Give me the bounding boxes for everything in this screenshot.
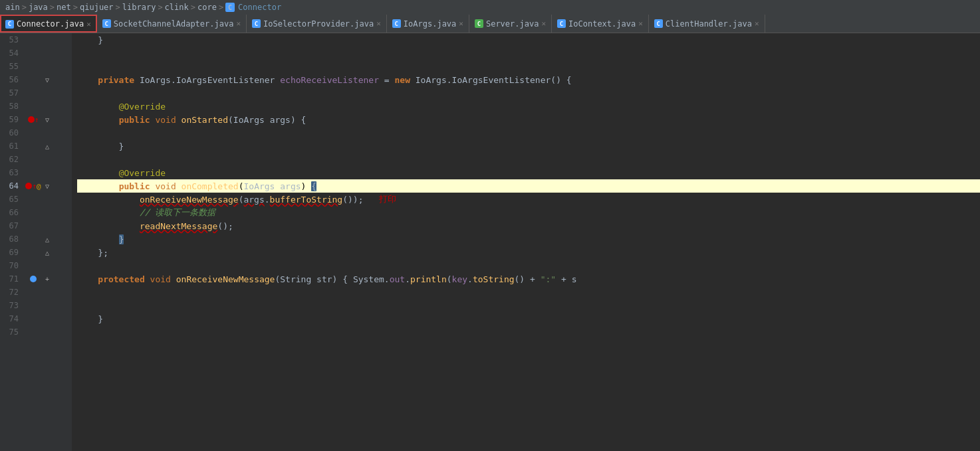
line-num-69: 69 — [0, 248, 24, 257]
code-line-57 — [77, 86, 980, 100]
gutter-row-71: 71 + — [0, 272, 72, 286]
code-content[interactable]: } private IoArgs . IoArgsEventListener e… — [72, 33, 980, 451]
code-line-56: private IoArgs . IoArgsEventListener ech… — [77, 73, 980, 86]
tab-iocontext[interactable]: C IoContext.java ✕ — [552, 15, 649, 33]
tab-label-ioargs: IoArgs.java — [404, 19, 456, 29]
code-56-dot1: . — [171, 75, 176, 85]
code-64-paren: ( — [239, 181, 244, 191]
line-num-65: 65 — [0, 195, 24, 204]
tab-connector-java[interactable]: C Connector.java ✕ — [0, 15, 97, 33]
breadcrumb: ain > java > net > qiujuer > library > c… — [0, 0, 980, 15]
code-59-indent — [77, 115, 119, 125]
code-line-61: } — [77, 139, 980, 153]
tab-ioselectorprovider[interactable]: C IoSelectorProvider.java ✕ — [247, 15, 387, 33]
code-56-field: echoReceiveListener — [280, 75, 384, 85]
line-num-58: 58 — [0, 102, 24, 111]
line-num-61: 61 — [0, 141, 24, 151]
gutter-fold-61[interactable]: △ — [43, 143, 52, 150]
tab-clienthandler[interactable]: C ClientHandler.java ✕ — [649, 15, 765, 33]
code-line-74: } — [77, 312, 980, 325]
code-71-protected: protected — [98, 274, 150, 284]
gutter-fold-59[interactable]: ▽ — [43, 116, 52, 124]
code-64-param: args — [280, 181, 301, 191]
gutter-fold-56[interactable]: ▽ — [43, 76, 52, 84]
code-65-buffertostring: bufferToString — [270, 195, 343, 205]
tab-icon-ioselector: C — [252, 19, 261, 28]
code-71-dot2: . — [405, 274, 410, 284]
code-line-71: protected void onReceiveNewMessage ( Str… — [77, 272, 980, 286]
code-61: } — [77, 141, 124, 151]
code-line-59: public void onStarted ( IoArgs args ) { — [77, 113, 980, 126]
code-line-65: onReceiveNewMessage ( args . bufferToStr… — [77, 193, 980, 206]
line-num-67: 67 — [0, 221, 24, 230]
tab-socketchanneladapter[interactable]: C SocketChannelAdapter.java ✕ — [97, 15, 247, 33]
tab-server[interactable]: C Server.java ✕ — [469, 15, 552, 33]
code-69: }; — [77, 248, 108, 258]
tab-close-ioargs[interactable]: ✕ — [459, 19, 463, 28]
at-64: @ — [37, 182, 41, 191]
breakpoint-59[interactable] — [28, 116, 35, 123]
code-64-brace: { — [311, 181, 316, 191]
code-59-paren: ( — [228, 115, 233, 125]
line-num-60: 60 — [0, 128, 24, 137]
gutter-icons-71 — [24, 276, 43, 282]
breadcrumb-item-library[interactable]: library — [122, 3, 156, 12]
code-64-close: ) — [301, 181, 312, 191]
gutter-row-70: 70 — [0, 259, 72, 272]
code-68-indent — [77, 234, 119, 244]
gutter-row-67: 67 — [0, 219, 72, 232]
gutter-row-64: 64 ↑ @ ▽ — [0, 179, 72, 193]
code-line-69: }; — [77, 246, 980, 259]
code-63-annotation: @Override — [119, 168, 166, 178]
gutter-fold-64[interactable]: ▽ — [43, 183, 52, 190]
code-line-70 — [77, 259, 980, 272]
tab-close-ioselector[interactable]: ✕ — [376, 19, 381, 28]
tab-label-iocontext: IoContext.java — [568, 19, 636, 29]
code-56-ioargs-listener: IoArgsEventListener — [176, 75, 281, 85]
breadcrumb-item-connector[interactable]: Connector — [238, 3, 281, 12]
tab-label-clienthandler: ClientHandler.java — [666, 19, 752, 29]
code-64-indent — [77, 181, 119, 191]
gutter-fold-69[interactable]: △ — [43, 249, 52, 256]
gutter-row-62: 62 — [0, 153, 72, 166]
breadcrumb-item-core[interactable]: core — [197, 3, 217, 12]
gutter-row-61: 61 △ — [0, 139, 72, 153]
code-66-comment: // 读取下一条数据 — [140, 207, 215, 219]
code-56-indent — [77, 75, 98, 85]
line-num-55: 55 — [0, 62, 24, 71]
tab-close-socket[interactable]: ✕ — [236, 19, 241, 28]
code-71-str: str — [316, 274, 332, 284]
code-71-string-type: String — [280, 274, 316, 284]
tab-ioargs[interactable]: C IoArgs.java ✕ — [387, 15, 469, 33]
code-53: } — [77, 35, 103, 45]
code-59-public: public — [119, 115, 156, 125]
code-71-tostring: toString — [473, 274, 515, 284]
tab-bar: C Connector.java ✕ C SocketChannelAdapte… — [0, 15, 980, 33]
code-71-method: onReceiveNewMessage — [176, 274, 275, 284]
gutter-fold-68[interactable]: △ — [43, 236, 52, 243]
gutter-fold-71[interactable]: + — [43, 276, 52, 283]
breadcrumb-item-java[interactable]: java — [29, 3, 48, 12]
tab-close-iocontext[interactable]: ✕ — [638, 19, 643, 28]
code-71-void: void — [150, 274, 176, 284]
code-66-indent — [77, 208, 140, 218]
code-58-indent — [77, 102, 119, 112]
code-line-55 — [77, 60, 980, 73]
line-num-53: 53 — [0, 35, 24, 45]
tab-close-clienthandler[interactable]: ✕ — [755, 19, 759, 28]
bookmark-71[interactable] — [30, 276, 37, 282]
breadcrumb-item-clink[interactable]: clink — [165, 3, 189, 12]
code-59-ioargs-type: IoArgs — [233, 115, 270, 125]
breadcrumb-item-ain[interactable]: ain — [5, 3, 20, 12]
code-71-brace: ) { — [332, 274, 353, 284]
breadcrumb-item-net[interactable]: net — [57, 3, 71, 12]
sep4: > — [116, 3, 120, 12]
breadcrumb-item-qiujuer[interactable]: qiujuer — [80, 3, 114, 12]
sep7: > — [219, 3, 223, 12]
gutter-row-72: 72 — [0, 286, 72, 299]
tab-close-server[interactable]: ✕ — [541, 19, 546, 28]
breakpoint-64[interactable] — [25, 183, 32, 189]
gutter-row-58: 58 — [0, 100, 72, 113]
gutter-row-73: 73 — [0, 299, 72, 312]
tab-close-connector[interactable]: ✕ — [86, 20, 91, 29]
